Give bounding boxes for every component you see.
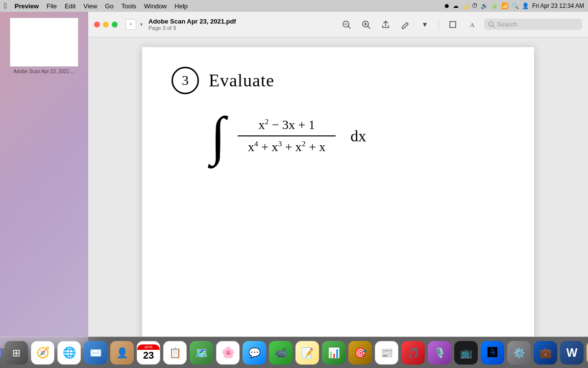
dock-launchpad[interactable]: ⊞ bbox=[4, 341, 28, 365]
crop-button[interactable] bbox=[445, 17, 461, 32]
menubar:  Preview File Edit View Go Tools Window… bbox=[0, 0, 588, 12]
toolbar-divider bbox=[439, 19, 439, 30]
menubar-file[interactable]: File bbox=[43, 0, 61, 12]
page-indicator: Page 3 of 9 bbox=[148, 25, 236, 31]
clock: Fri Apr 23 12:34 AM bbox=[532, 2, 584, 9]
dock-mattermost[interactable]: 💼 bbox=[534, 341, 557, 365]
dock-numbers[interactable]: 📊 bbox=[322, 341, 345, 365]
window-controls bbox=[94, 22, 118, 27]
minimize-button[interactable] bbox=[103, 22, 109, 27]
search-menu-icon[interactable]: 🔍 bbox=[512, 2, 519, 9]
battery-icon[interactable]: 🔋 bbox=[491, 2, 498, 9]
numerator: x2 − 3x + 1 bbox=[259, 117, 315, 134]
dock-notes[interactable]: 📝 bbox=[295, 341, 319, 365]
pdf-page: 3 Evaluate ∫ x2 − 3x + 1 x4 + x3 + x2 + … bbox=[142, 47, 534, 337]
sidebar: Adobe Scan Apr 23, 2021.... bbox=[0, 12, 88, 348]
problem-title: Evaluate bbox=[209, 70, 274, 91]
dock-facetime[interactable]: 📹 bbox=[269, 341, 293, 365]
menubar-window[interactable]: Window bbox=[140, 0, 171, 12]
dropdown-arrow-icon[interactable]: ▾ bbox=[140, 22, 143, 27]
dock-sysprefs[interactable]: ⚙️ bbox=[507, 341, 531, 365]
dark-mode-icon[interactable]: 🌙 bbox=[462, 2, 469, 9]
problem-number: 3 bbox=[172, 67, 199, 94]
text-button[interactable]: A bbox=[465, 17, 480, 32]
dock-mail[interactable]: ✉️ bbox=[84, 341, 107, 365]
menubar-go[interactable]: Go bbox=[101, 0, 117, 12]
menubar-tools[interactable]: Tools bbox=[118, 0, 140, 12]
page-thumbnail[interactable] bbox=[10, 18, 78, 67]
apple-menu[interactable]:  bbox=[4, 1, 7, 10]
document-info: Adobe Scan Apr 23, 2021.pdf Page 3 of 9 bbox=[148, 18, 236, 31]
menubar-app-name[interactable]: Preview bbox=[11, 0, 43, 12]
page-icon: ≡ bbox=[125, 19, 136, 30]
dock-reminders[interactable]: 📋 bbox=[163, 341, 187, 365]
icloud-icon[interactable]: ☁ bbox=[453, 2, 459, 9]
svg-text:A: A bbox=[470, 21, 475, 28]
document-title: Adobe Scan Apr 23, 2021.pdf bbox=[148, 18, 236, 25]
zoom-in-button[interactable] bbox=[339, 17, 354, 32]
dock-word[interactable]: W bbox=[560, 341, 584, 365]
menubar-right: ⏺ ☁ 🌙 ⏱ 🔊 🔋 📶 🔍 👤 Fri Apr 23 12:34 AM bbox=[444, 2, 584, 9]
menubar-view[interactable]: View bbox=[79, 0, 101, 12]
markup-dropdown[interactable]: ▾ bbox=[417, 17, 433, 32]
integral-sign: ∫ bbox=[211, 109, 225, 163]
search-icon bbox=[488, 21, 495, 28]
share-button[interactable] bbox=[378, 17, 393, 32]
search-input[interactable] bbox=[497, 21, 575, 28]
dock-news[interactable]: 📰 bbox=[375, 341, 398, 365]
problem-header: 3 Evaluate bbox=[172, 67, 505, 94]
dx-label: dx bbox=[350, 127, 366, 145]
math-content: ∫ x2 − 3x + 1 x4 + x3 + x2 + x dx bbox=[211, 109, 505, 163]
dock-appletv[interactable]: 📺 bbox=[454, 341, 478, 365]
wifi-icon[interactable]: 📶 bbox=[501, 2, 509, 9]
dock-safari[interactable]: 🧭 bbox=[31, 341, 54, 365]
dock-chrome[interactable]: 🌐 bbox=[57, 341, 81, 365]
dock-photos[interactable]: 🌸 bbox=[216, 341, 240, 365]
svg-line-10 bbox=[493, 26, 495, 27]
sidebar-content: Adobe Scan Apr 23, 2021.... bbox=[0, 12, 88, 80]
dock-calendar[interactable]: APR 23 bbox=[137, 341, 160, 365]
fraction: x2 − 3x + 1 x4 + x3 + x2 + x bbox=[238, 117, 336, 154]
menubar-help[interactable]: Help bbox=[171, 0, 192, 12]
user-icon[interactable]: 👤 bbox=[522, 2, 529, 9]
svg-rect-7 bbox=[450, 22, 456, 27]
svg-line-1 bbox=[348, 26, 350, 28]
dock-music[interactable]: 🎵 bbox=[401, 341, 425, 365]
denominator: x4 + x3 + x2 + x bbox=[248, 137, 325, 155]
thumbnail-label: Adobe Scan Apr 23, 2021.... bbox=[13, 69, 74, 74]
markup-button[interactable] bbox=[397, 17, 413, 32]
screen-record-icon[interactable]: ⏺ bbox=[444, 2, 450, 9]
fraction-line bbox=[238, 135, 336, 136]
dock-contacts[interactable]: 👤 bbox=[110, 341, 134, 365]
dock-podcasts[interactable]: 🎙️ bbox=[428, 341, 451, 365]
dock-messages[interactable]: 💬 bbox=[243, 341, 266, 365]
integral-expression: ∫ x2 − 3x + 1 x4 + x3 + x2 + x dx bbox=[211, 109, 505, 163]
close-button[interactable] bbox=[94, 22, 100, 27]
screen-time-icon[interactable]: ⏱ bbox=[472, 2, 478, 9]
maximize-button[interactable] bbox=[112, 22, 118, 27]
dock-keynote[interactable]: 🎯 bbox=[348, 341, 372, 365]
main-content: 3 Evaluate ∫ x2 − 3x + 1 x4 + x3 + x2 + … bbox=[88, 37, 588, 337]
dock-appstore[interactable]: 🅰 bbox=[481, 341, 504, 365]
svg-line-4 bbox=[368, 26, 370, 28]
dock-maps[interactable]: 🗺️ bbox=[190, 341, 213, 365]
dock: 🔵 ⊞ 🧭 🌐 ✉️ 👤 APR 23 📋 🗺️ 🌸 💬 📹 bbox=[0, 337, 588, 368]
dock-siri[interactable] bbox=[0, 341, 1, 365]
volume-icon[interactable]: 🔊 bbox=[481, 2, 488, 9]
menubar-edit[interactable]: Edit bbox=[61, 0, 79, 12]
search-box[interactable] bbox=[484, 19, 582, 30]
zoom-out-button[interactable] bbox=[358, 17, 374, 32]
toolbar: ≡ ▾ Adobe Scan Apr 23, 2021.pdf Page 3 o… bbox=[88, 12, 588, 37]
